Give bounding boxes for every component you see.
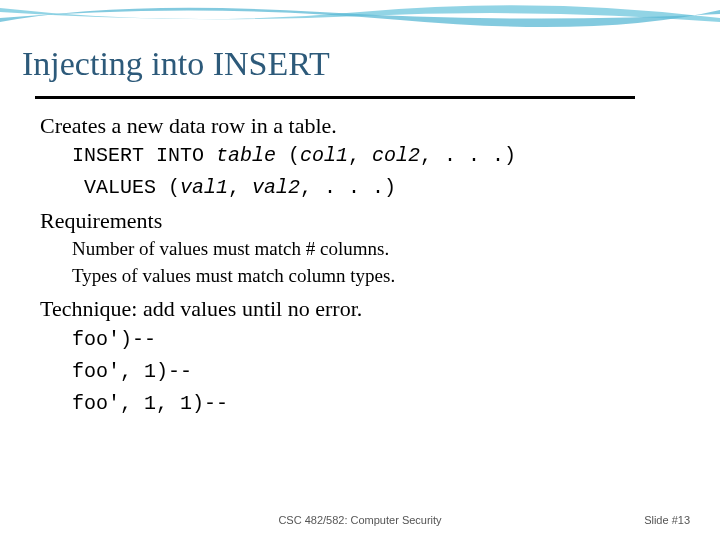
slide-title: Injecting into INSERT [22,45,330,83]
example-3: foo', 1, 1)-- [72,391,680,417]
requirement-2: Types of values must match column types. [72,264,680,289]
title-underline [35,96,635,99]
intro-text: Creates a new data row in a table. [40,112,680,141]
example-2: foo', 1)-- [72,359,680,385]
example-1: foo')-- [72,327,680,353]
requirement-1: Number of values must match # columns. [72,237,680,262]
footer-course: CSC 482/582: Computer Security [0,514,720,526]
slide-content: Creates a new data row in a table. INSER… [40,112,680,423]
sql-insert-line1: INSERT INTO table (col1, col2, . . .) [72,143,680,169]
technique-heading: Technique: add values until no error. [40,295,680,324]
sql-insert-line2: VALUES (val1, val2, . . .) [72,175,680,201]
footer-slide-number: Slide #13 [644,514,690,526]
requirements-heading: Requirements [40,207,680,236]
decorative-wave [0,0,720,45]
